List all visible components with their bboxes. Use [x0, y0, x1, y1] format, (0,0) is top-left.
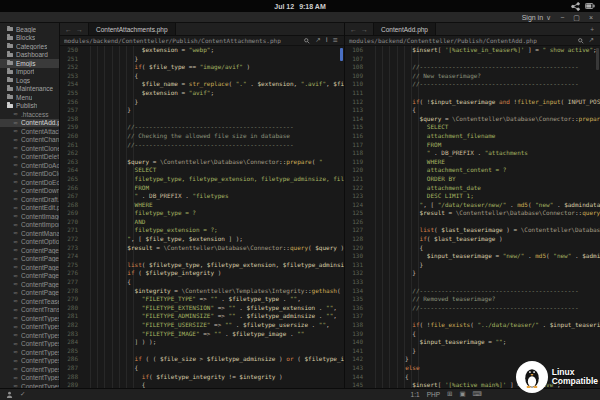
tree-item[interactable]: ≈ContentTypesFieldAdd.php [0, 348, 59, 357]
code-line[interactable]: 133 [345, 278, 600, 287]
tree-item[interactable]: ≈ContentDownload.php [0, 187, 59, 196]
search-icon[interactable] [578, 38, 584, 44]
code-line[interactable]: 287 { [60, 364, 344, 373]
project-panel[interactable]: BeagleBlocksCategoriesDashboardEmojisImp… [0, 23, 60, 388]
code-line[interactable]: 111 [345, 89, 600, 98]
code-line[interactable]: 125 $result = \Contentteller\Database\Co… [345, 209, 600, 218]
code-line[interactable]: 270 AND [60, 218, 344, 227]
code-line[interactable]: 254 $file_name = str_replace( "." . $ext… [60, 80, 344, 89]
code-line[interactable]: 121 ORDER BY [345, 175, 600, 184]
code-line[interactable]: 139 { [345, 330, 600, 339]
diagnostics-check-icon[interactable]: ✓ [20, 391, 25, 398]
code-line[interactable]: 273 $result = \Contentteller\Database\Co… [60, 244, 344, 253]
tree-item[interactable]: ≈ContentDoClone.php [0, 170, 59, 179]
tree-item[interactable]: ≈ContentAdd.php [0, 119, 59, 128]
code-line[interactable]: 268 WHERE [60, 201, 344, 210]
code-line[interactable]: 255 $extension = "avif"; [60, 89, 344, 98]
code-line[interactable]: 109 // New teaserimage? [345, 72, 600, 81]
tree-item[interactable]: ≈ContentImport.php [0, 221, 59, 230]
new-tab-button[interactable]: + [584, 23, 600, 35]
code-line[interactable]: 279 "FILETYPE_TYPE" => "" . $filetype_ty… [60, 295, 344, 304]
tree-item[interactable]: ≈ContentDraft.php [0, 195, 59, 204]
keyboard-icon[interactable]: ⌨ [473, 391, 482, 398]
close-button[interactable]: × [589, 14, 593, 21]
code-line[interactable]: 115 SELECT [345, 123, 600, 132]
forward-icon[interactable]: → [76, 26, 83, 33]
code-line[interactable]: 112 if( !$input_teaserimage and !filter_… [345, 98, 600, 107]
code-line[interactable]: 135 // Removed teaserimage? [345, 295, 600, 304]
tree-item[interactable]: ≈ContentTypesFieldDoAdd.php [0, 365, 59, 374]
inlay-hints-icon[interactable]: ≡ [333, 37, 338, 44]
code-line[interactable]: 272 ", [ $file_type, $extension ] ); [60, 235, 344, 244]
tree-item[interactable]: ≈ContentTypesChange.php [0, 314, 59, 323]
code-line[interactable]: 288 if( $filetype_integrity != $integrit… [60, 373, 344, 382]
code-line[interactable]: 250 $extension = "webp"; [60, 46, 344, 55]
tree-item[interactable]: ≈ContentDelete.php [0, 153, 59, 162]
assistant-panel-icon[interactable]: ▣ [459, 391, 465, 398]
tab-contentadd[interactable]: ContentAdd.php [373, 23, 436, 35]
code-line[interactable]: 281 "FILETYPE_ADMINSIZE" => "" . $filety… [60, 312, 344, 321]
code-line[interactable]: 289 { [60, 381, 344, 388]
forward-icon[interactable]: → [361, 26, 368, 33]
code-line[interactable]: 260 // Checking the allowed file size in… [60, 132, 344, 141]
tree-item[interactable]: ≈ContentTypesFieldDelete.php [0, 357, 59, 366]
code-line[interactable]: 275 list( $filetype_type, $filetype_exte… [60, 261, 344, 270]
code-line[interactable]: 286 if ( ( $file_size > $filetype_admins… [60, 355, 344, 364]
tree-item[interactable]: Import [0, 68, 59, 77]
tree-item[interactable]: ≈ContentTypesDoEdit.php [0, 331, 59, 340]
tree-item[interactable]: ≈ContentTranslate.php [0, 306, 59, 315]
code-line[interactable]: 285 [60, 347, 344, 356]
code-line[interactable]: 283 "FILETYPE_IMAGE" => "" . $filetype_i… [60, 330, 344, 339]
code-line[interactable]: 141 } [345, 347, 600, 356]
code-line[interactable]: 271 filetype_extension = ?; [60, 226, 344, 235]
code-line[interactable]: 117 FROM [345, 141, 600, 150]
code-line[interactable]: 127 list( $last_teaserimage ) = \Content… [345, 226, 600, 235]
terminal-panel-icon[interactable]: ⊞ [447, 391, 452, 398]
code-line[interactable]: 274 [60, 252, 344, 261]
tree-item[interactable]: ≈ContentChange.php [0, 136, 59, 145]
code-line[interactable]: 277 { [60, 278, 344, 287]
breadcrumb[interactable]: modules/backend/Contentteller/Publish/Co… [64, 37, 302, 44]
tree-item[interactable]: ≈ContentTeaser.php [0, 297, 59, 306]
code-line[interactable]: 138 if( !file_exists( "../data/teaser/" … [345, 321, 600, 330]
expand-icon[interactable]: ↗ [315, 37, 320, 44]
tree-item[interactable]: Dashboard [0, 51, 59, 60]
system-tray[interactable] [571, 0, 595, 12]
code-line[interactable]: 116 attachment_filename [345, 132, 600, 141]
code-line[interactable]: 131 } [345, 261, 600, 270]
scrollbar-thumb[interactable] [596, 48, 599, 70]
tree-item[interactable]: ≈.htaccess [0, 110, 59, 119]
search-icon[interactable] [304, 38, 310, 44]
tab-contentattachments[interactable]: ContentAttachments.php [88, 23, 176, 35]
sign-in-button[interactable]: Sign in ∨ [522, 14, 552, 21]
code-line[interactable]: 106 $insert[ '[%active_in_teaser%]' ] = … [345, 46, 600, 55]
tree-item[interactable]: ≈ContentPageDoEdit.php [0, 272, 59, 281]
code-line[interactable]: 266 FROM [60, 184, 344, 193]
code-line[interactable]: 122 attachment_date [345, 184, 600, 193]
tree-item[interactable]: Emojis [0, 59, 59, 68]
tree-item[interactable]: ≈ContentEdit.php [0, 204, 59, 213]
code-line[interactable]: 284 ] ) ); [60, 338, 344, 347]
tree-item[interactable]: ≈ContentPageOrder.php [0, 289, 59, 298]
language-indicator[interactable]: PHP [427, 391, 440, 398]
code-line[interactable]: 107 [345, 55, 600, 64]
code-line[interactable]: 280 "FILETYPE_EXTENSION" => "" . $filety… [60, 304, 344, 313]
code-line[interactable]: 256 } [60, 98, 344, 107]
code-line[interactable]: 264 SELECT [60, 166, 344, 175]
tree-item[interactable]: Logs [0, 76, 59, 85]
code-line[interactable]: 136 //----------------------------------… [345, 304, 600, 313]
code-line[interactable]: 259 //----------------------------------… [60, 123, 344, 132]
code-line[interactable]: 253 { [60, 72, 344, 81]
code-line[interactable]: 276 if ( $filetype_integrity ) [60, 269, 344, 278]
code-line[interactable]: 258 [60, 115, 344, 124]
code-editor-right[interactable]: 106 $insert[ '[%active_in_teaser%]' ] = … [345, 46, 600, 388]
code-line[interactable]: 120 attachment_content = ? [345, 166, 600, 175]
code-line[interactable]: 251 } [60, 55, 344, 64]
code-line[interactable]: 278 $integrity = \Contentteller\Template… [60, 287, 344, 296]
code-line[interactable]: 134 //----------------------------------… [345, 287, 600, 296]
code-line[interactable]: 128 if( $last_teaserimage ) [345, 235, 600, 244]
tree-item[interactable]: Publish [0, 102, 59, 111]
tree-item[interactable]: Beagle [0, 25, 59, 34]
tree-item[interactable]: ≈ContentOptions.php [0, 238, 59, 247]
code-line[interactable]: 132 } [345, 269, 600, 278]
